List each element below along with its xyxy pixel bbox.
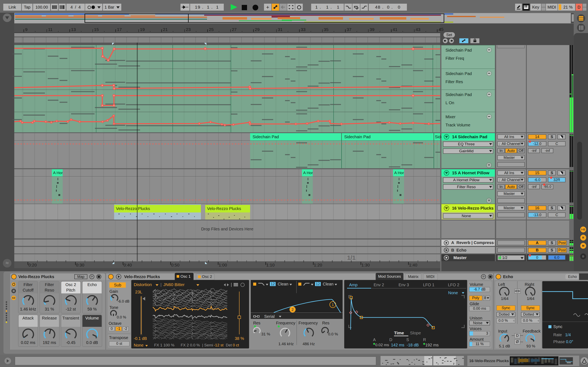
svg-text:1: 1 [332, 303, 334, 307]
svg-text:2: 2 [292, 308, 294, 312]
